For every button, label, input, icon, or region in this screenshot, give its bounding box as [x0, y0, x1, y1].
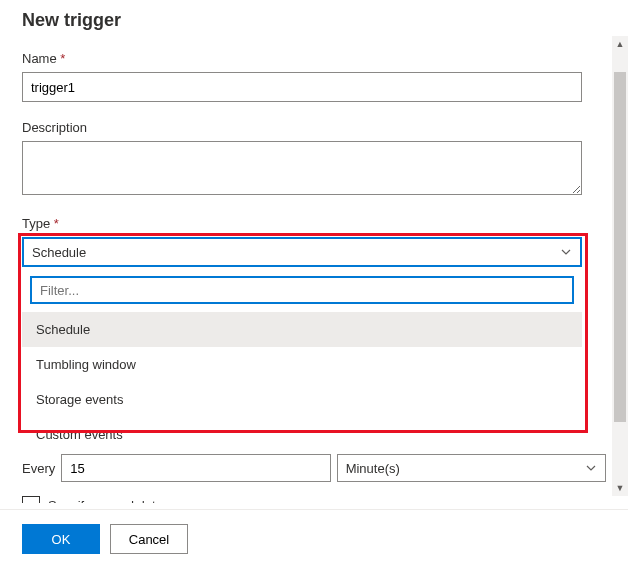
new-trigger-panel: New trigger Name Description Type Schedu…	[0, 0, 628, 503]
page-title: New trigger	[22, 10, 606, 31]
chevron-down-icon	[585, 462, 597, 474]
recurrence-row: Every Minute(s)	[22, 454, 606, 482]
recurrence-unit-value: Minute(s)	[346, 461, 400, 476]
chevron-down-icon	[560, 246, 572, 258]
type-dropdown-value: Schedule	[32, 245, 86, 260]
type-option-custom[interactable]: Custom events	[22, 417, 582, 452]
type-label: Type	[22, 216, 606, 231]
ok-button[interactable]: OK	[22, 524, 100, 554]
recurrence-label: Every	[22, 461, 55, 476]
end-date-row: Specify an end date	[22, 496, 606, 503]
scroll-up-icon[interactable]: ▲	[612, 36, 628, 52]
description-label: Description	[22, 120, 606, 135]
footer: OK Cancel	[0, 509, 628, 568]
scrollbar-thumb[interactable]	[614, 72, 626, 422]
type-options-list: Schedule Tumbling window Storage events …	[22, 312, 582, 452]
recurrence-unit-dropdown[interactable]: Minute(s)	[337, 454, 606, 482]
name-label: Name	[22, 51, 606, 66]
end-date-label: Specify an end date	[48, 498, 163, 504]
recurrence-value-input[interactable]	[61, 454, 330, 482]
scrollbar[interactable]: ▲ ▼	[612, 36, 628, 496]
end-date-checkbox[interactable]	[22, 496, 40, 503]
type-option-schedule[interactable]: Schedule	[22, 312, 582, 347]
type-option-storage[interactable]: Storage events	[22, 382, 582, 417]
cancel-button[interactable]: Cancel	[110, 524, 188, 554]
type-option-tumbling[interactable]: Tumbling window	[22, 347, 582, 382]
type-filter-input[interactable]	[30, 276, 574, 304]
description-input[interactable]	[22, 141, 582, 195]
type-dropdown[interactable]: Schedule	[22, 237, 582, 267]
scroll-down-icon[interactable]: ▼	[612, 480, 628, 496]
type-dropdown-panel: Schedule Tumbling window Storage events …	[22, 268, 582, 452]
name-input[interactable]	[22, 72, 582, 102]
